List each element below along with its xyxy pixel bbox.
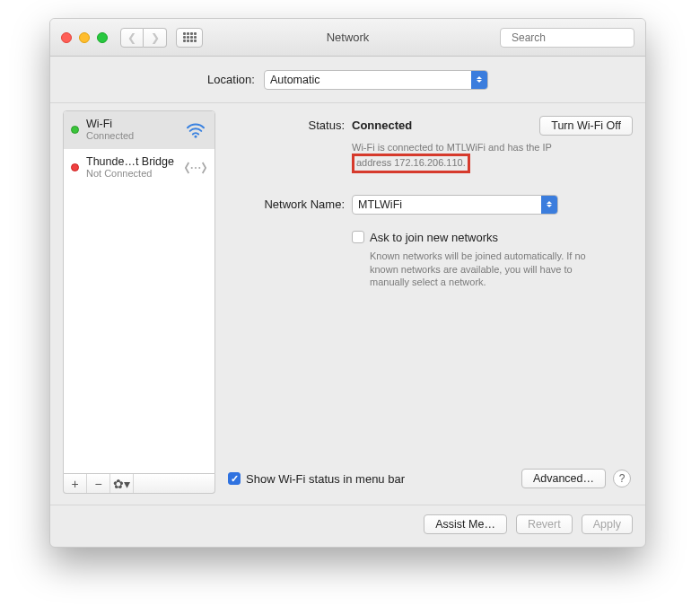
service-sidebar-column: Wi-Fi Connected T: [63, 110, 215, 494]
service-name: Thunde…t Bridge: [86, 156, 184, 169]
ask-to-join-row[interactable]: Ask to join new networks: [352, 231, 633, 244]
help-button[interactable]: ?: [613, 470, 631, 487]
info-line-1: Wi-Fi is connected to MTLWiFi and has th…: [352, 142, 552, 153]
back-button[interactable]: ❮: [120, 28, 144, 48]
titlebar: ❮ ❯ Network: [50, 19, 645, 57]
assist-me-button[interactable]: Assist Me…: [424, 514, 507, 534]
network-name-label: Network Name:: [226, 195, 352, 215]
grid-icon: [183, 32, 197, 42]
thunderbolt-bridge-icon: [184, 160, 207, 176]
ask-to-join-label: Ask to join new networks: [370, 231, 498, 244]
service-row-thunderbolt[interactable]: Thunde…t Bridge Not Connected: [64, 149, 214, 187]
nav-buttons: ❮ ❯: [120, 28, 167, 48]
service-text: Thunde…t Bridge Not Connected: [86, 156, 184, 180]
show-status-checkbox[interactable]: [228, 472, 241, 485]
advanced-button[interactable]: Advanced…: [521, 469, 606, 488]
info-line-2: address 172.16.206.110.: [356, 157, 466, 168]
service-row-wifi[interactable]: Wi-Fi Connected: [64, 111, 214, 149]
window-controls: [61, 32, 108, 43]
show-all-prefs-button[interactable]: [176, 28, 203, 48]
wifi-icon: [184, 122, 207, 138]
service-status: Connected: [86, 130, 184, 141]
forward-button[interactable]: ❯: [144, 28, 167, 48]
ask-to-join-checkbox[interactable]: [352, 231, 364, 243]
help-icon: ?: [619, 472, 626, 485]
minimize-window-button[interactable]: [79, 32, 90, 43]
apply-button[interactable]: Apply: [582, 514, 633, 534]
chevron-left-icon: ❮: [127, 31, 136, 44]
network-name-popup[interactable]: MTLWiFi: [352, 195, 558, 215]
gear-dropdown-icon: ✿▾: [113, 477, 130, 491]
close-window-button[interactable]: [61, 32, 72, 43]
plus-icon: +: [71, 477, 78, 491]
content-body: Wi-Fi Connected T: [50, 103, 645, 505]
service-list-buttons: + − ✿▾: [63, 474, 215, 494]
network-name-value: MTLWiFi: [358, 198, 402, 211]
status-dot-disconnected-icon: [71, 163, 79, 171]
location-value: Automatic: [270, 74, 320, 86]
show-status-label: Show Wi-Fi status in menu bar: [246, 472, 405, 486]
service-action-menu[interactable]: ✿▾: [110, 474, 134, 493]
ask-to-join-help: Known networks will be joined automatica…: [370, 250, 594, 290]
status-value: Connected: [352, 116, 412, 132]
service-list: Wi-Fi Connected T: [63, 110, 215, 474]
popup-stepper-icon: [471, 71, 487, 89]
location-popup[interactable]: Automatic: [264, 70, 488, 90]
service-text: Wi-Fi Connected: [86, 119, 184, 142]
zoom-window-button[interactable]: [97, 32, 108, 43]
svg-point-3: [191, 166, 193, 168]
add-service-button[interactable]: +: [64, 474, 87, 493]
show-status-row[interactable]: Show Wi-Fi status in menu bar: [228, 472, 405, 486]
popup-stepper-icon: [541, 196, 557, 214]
revert-button[interactable]: Revert: [516, 514, 573, 534]
network-prefpane-window: ❮ ❯ Network Location: Automatic: [49, 18, 646, 548]
status-dot-connected-icon: [71, 126, 79, 134]
service-status: Not Connected: [86, 168, 184, 179]
svg-point-4: [195, 166, 197, 168]
search-input[interactable]: [510, 31, 646, 45]
status-label: Status:: [226, 116, 352, 136]
svg-point-5: [198, 166, 200, 168]
service-name: Wi-Fi: [86, 119, 184, 131]
search-field-wrap[interactable]: [500, 28, 634, 48]
ip-address-highlight: address 172.16.206.110.: [352, 154, 470, 173]
location-row: Location: Automatic: [50, 57, 645, 103]
chevron-right-icon: ❯: [151, 31, 160, 44]
turn-wifi-off-button[interactable]: Turn Wi-Fi Off: [539, 116, 633, 136]
service-detail: Status: Connected Turn Wi-Fi Off Wi-Fi i…: [226, 110, 633, 494]
remove-service-button[interactable]: −: [87, 474, 110, 493]
location-label: Location:: [207, 73, 255, 86]
minus-icon: −: [94, 477, 101, 491]
connection-info: Wi-Fi is connected to MTLWiFi and has th…: [352, 141, 633, 173]
svg-point-2: [195, 135, 197, 137]
